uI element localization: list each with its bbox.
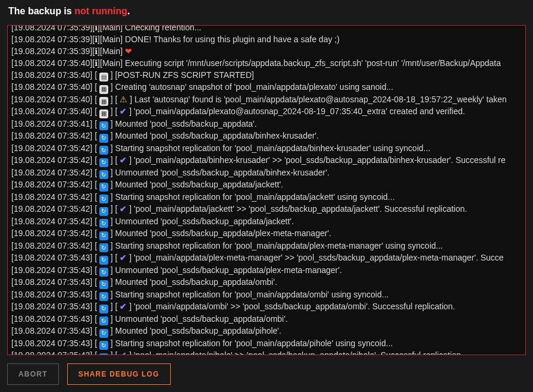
check-icon: ✔ xyxy=(120,302,127,311)
log-info-tag: [ℹ] xyxy=(92,25,100,32)
log-message: Starting snapshot replication for 'pool_… xyxy=(113,338,393,348)
log-message: 'pool_main/appdata/binhex-krusader' >> '… xyxy=(131,155,506,165)
log-message: 'pool_main/appdata/ombi' >> 'pool_ssds/b… xyxy=(131,302,455,311)
log-line: [19.08.2024 07:35:40] [ ▦ ] [ ⚠ ] Last '… xyxy=(11,94,522,106)
log-timestamp: [19.08.2024 07:35:41] xyxy=(11,119,95,128)
check-icon: ✔ xyxy=(120,350,127,355)
sync-icon: ↻ xyxy=(99,134,108,143)
log-message: 'pool_main/appdata/pihole' >> 'pool_ssds… xyxy=(131,350,463,355)
log-source-tag: [Main] xyxy=(100,58,123,68)
sync-icon: ↻ xyxy=(99,316,108,325)
log-message: 'pool_main/appdata/plex-meta-manager' >>… xyxy=(131,253,504,262)
log-line: [19.08.2024 07:35:41] [ ↻ ] Mounted 'poo… xyxy=(11,118,522,131)
log-message: Mounted 'pool_ssds/backup_appdata/pihole… xyxy=(113,326,281,335)
log-timestamp: [19.08.2024 07:35:42] xyxy=(11,143,95,153)
log-timestamp: [19.08.2024 07:35:43] xyxy=(11,290,95,299)
status-suffix: . xyxy=(127,6,130,16)
log-line: [19.08.2024 07:35:43] [ ↻ ] [ ✔ ] 'pool_… xyxy=(11,252,522,265)
log-message: 'pool_main/appdata/plexato@autosnap_2024… xyxy=(131,106,465,116)
log-timestamp: [19.08.2024 07:35:42] xyxy=(11,217,95,226)
log-timestamp: [19.08.2024 07:35:43] xyxy=(11,326,95,335)
log-message: Unmounted 'pool_ssds/backup_appdata/plex… xyxy=(113,265,342,275)
heart-icon: ❤ xyxy=(123,46,132,56)
log-source-tag: [Main] xyxy=(100,46,123,56)
status-header: The backup is not running. xyxy=(7,6,526,17)
status-prefix: The backup is xyxy=(8,6,74,16)
log-timestamp: [19.08.2024 07:35:42] xyxy=(11,241,95,250)
sync-icon: ↻ xyxy=(99,207,108,216)
log-timestamp: [19.08.2024 07:35:43] xyxy=(11,302,95,311)
log-source-tag: [Main] xyxy=(100,25,123,32)
share-debug-log-button[interactable]: Share Debug Log xyxy=(67,363,171,385)
log-info-tag: [ℹ] xyxy=(92,46,100,56)
check-icon: ✔ xyxy=(120,155,127,165)
button-row: Abort Share Debug Log xyxy=(7,363,526,385)
log-line: [19.08.2024 07:35:43] [ ↻ ] Starting sna… xyxy=(11,338,522,350)
status-value: not running xyxy=(74,6,127,16)
log-timestamp: [19.08.2024 07:35:40] xyxy=(11,58,92,68)
log-message: Starting snapshot replication for 'pool_… xyxy=(113,290,389,299)
log-timestamp: [19.08.2024 07:35:40] xyxy=(11,106,95,116)
log-message: Starting snapshot replication for 'pool_… xyxy=(113,241,443,250)
sync-icon: ↻ xyxy=(99,158,108,167)
log-line: [19.08.2024 07:35:43] [ ↻ ] Mounted 'poo… xyxy=(11,325,522,338)
log-message: Mounted 'pool_ssds/backup_appdata/plex-m… xyxy=(113,228,331,238)
log-message: Mounted 'pool_ssds/backup_appdata/jacket… xyxy=(113,180,283,189)
log-timestamp: [19.08.2024 07:35:43] xyxy=(11,350,95,355)
log-message: Checking retention... xyxy=(123,25,201,32)
log-line: [19.08.2024 07:35:40] [ ▤ ] [POST-RUN ZF… xyxy=(11,70,522,82)
log-message: Starting snapshot replication for 'pool_… xyxy=(113,143,431,153)
log-timestamp: [19.08.2024 07:35:42] xyxy=(11,168,95,177)
log-line: [19.08.2024 07:35:40][ℹ][Main] Executing… xyxy=(11,58,522,70)
log-line: [19.08.2024 07:35:43] [ ↻ ] [ ✔ ] 'pool_… xyxy=(11,350,522,355)
log-line: [19.08.2024 07:35:42] [ ↻ ] Mounted 'poo… xyxy=(11,179,522,192)
log-timestamp: [19.08.2024 07:35:39] xyxy=(11,35,92,44)
log-line: [19.08.2024 07:35:42] [ ↻ ] Mounted 'poo… xyxy=(11,130,522,143)
log-line: [19.08.2024 07:35:43] [ ↻ ] Unmounted 'p… xyxy=(11,265,522,277)
log-message: Last 'autosnap' found is 'pool_main/appd… xyxy=(132,95,507,104)
log-timestamp: [19.08.2024 07:35:39] xyxy=(11,25,92,32)
log-output[interactable]: [19.08.2024 07:35:39][ℹ][Main] Checking … xyxy=(7,25,526,355)
sync-icon: ↻ xyxy=(99,183,108,192)
log-line: [19.08.2024 07:35:43] [ ↻ ] [ ✔ ] 'pool_… xyxy=(11,301,522,313)
log-line: [19.08.2024 07:35:42] [ ↻ ] Unmounted 'p… xyxy=(11,167,522,180)
log-timestamp: [19.08.2024 07:35:40] xyxy=(11,70,95,80)
check-icon: ✔ xyxy=(120,204,127,214)
log-message: Starting snapshot replication for 'pool_… xyxy=(113,192,395,202)
sync-icon: ↻ xyxy=(99,329,108,338)
sync-icon: ↻ xyxy=(99,231,108,240)
log-timestamp: [19.08.2024 07:35:42] xyxy=(11,155,95,165)
sync-icon: ↻ xyxy=(99,305,108,313)
log-line: [19.08.2024 07:35:43] [ ↻ ] Starting sna… xyxy=(11,289,522,302)
log-message: DONE! Thanks for using this plugin and h… xyxy=(123,35,340,44)
log-timestamp: [19.08.2024 07:35:40] xyxy=(11,82,95,92)
log-timestamp: [19.08.2024 07:35:42] xyxy=(11,204,95,214)
log-timestamp: [19.08.2024 07:35:42] xyxy=(11,228,95,238)
log-line: [19.08.2024 07:35:42] [ ↻ ] [ ✔ ] 'pool_… xyxy=(11,155,522,167)
sync-icon: ↻ xyxy=(99,219,108,228)
log-line: [19.08.2024 07:35:40] [ ▦ ] Creating 'au… xyxy=(11,81,522,94)
warning-icon: ⚠ xyxy=(120,95,127,104)
calendar-icon: ▦ xyxy=(99,109,108,118)
log-timestamp: [19.08.2024 07:35:43] xyxy=(11,314,95,324)
log-timestamp: [19.08.2024 07:35:43] xyxy=(11,265,95,275)
log-message: Executing script '/mnt/user/scripts/appd… xyxy=(123,58,501,68)
log-timestamp: [19.08.2024 07:35:42] xyxy=(11,192,95,202)
check-icon: ✔ xyxy=(120,253,127,262)
abort-button[interactable]: Abort xyxy=(7,363,59,385)
log-timestamp: [19.08.2024 07:35:42] xyxy=(11,131,95,140)
log-line: [19.08.2024 07:35:39][ℹ][Main] DONE! Tha… xyxy=(11,34,522,46)
log-message: Mounted 'pool_ssds/backup_appdata/ombi'. xyxy=(113,277,277,287)
log-timestamp: [19.08.2024 07:35:42] xyxy=(11,180,95,189)
calendar-icon: ▦ xyxy=(99,85,108,94)
sync-icon: ↻ xyxy=(99,243,108,252)
document-icon: ▤ xyxy=(99,73,108,81)
check-icon: ✔ xyxy=(120,106,127,116)
log-message: [POST-RUN ZFS SCRIPT STARTED] xyxy=(113,70,254,80)
log-line: [19.08.2024 07:35:40] [ ▦ ] [ ✔ ] 'pool_… xyxy=(11,106,522,118)
log-timestamp: [19.08.2024 07:35:43] xyxy=(11,277,95,287)
sync-icon: ↻ xyxy=(99,280,108,289)
log-info-tag: [ℹ] xyxy=(92,58,100,68)
log-message: Mounted 'pool_ssds/backup_appdata'. xyxy=(113,119,257,128)
log-line: [19.08.2024 07:35:42] [ ↻ ] [ ✔ ] 'pool_… xyxy=(11,203,522,216)
